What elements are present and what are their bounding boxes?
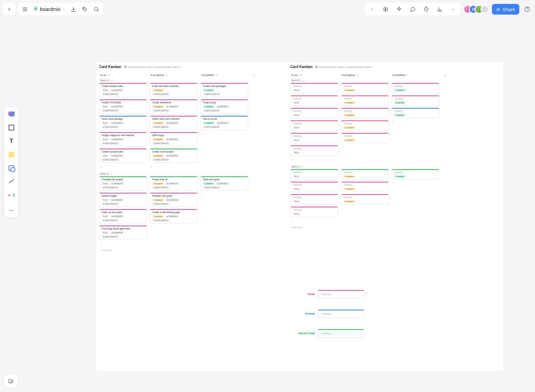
tag-icon[interactable]	[80, 4, 90, 14]
mindmap-tool-icon[interactable]	[7, 191, 16, 200]
status-badge: To do	[102, 89, 109, 92]
kanban-card[interactable]: Create release notes To do2023/02/17Spri…	[99, 83, 147, 97]
kanban-card[interactable]: Heading Completed	[392, 95, 439, 106]
add-card-button[interactable]: +	[150, 225, 198, 230]
kanban-card[interactable]: New to-do list Completed2023/02/11Sprint…	[200, 115, 248, 130]
kanban-card[interactable]: Heading In progress	[341, 95, 389, 106]
column-header[interactable]: To do 10	[290, 72, 338, 78]
kanban-card[interactable]: Complete the project To do2023/02/19Spri…	[99, 176, 147, 191]
kanban-card[interactable]: Heading In progress	[341, 83, 389, 93]
column-header[interactable]: Completed 4	[392, 72, 439, 78]
group-label[interactable]: Sprint 11 8	[290, 164, 448, 169]
kanban-card[interactable]: Clean up the project To do2023/02/25Spri…	[99, 209, 147, 223]
column-header[interactable]: To do 9	[99, 72, 147, 78]
kanban-card[interactable]: Heading To do	[290, 181, 338, 192]
add-card-button[interactable]: +	[150, 165, 198, 169]
avatar[interactable]	[480, 5, 489, 14]
download-icon[interactable]	[68, 4, 78, 14]
column-header[interactable]: In progress 8	[150, 72, 198, 78]
back-button[interactable]	[3, 3, 16, 16]
add-column-button[interactable]: +	[251, 72, 257, 78]
add-card-button[interactable]: +	[200, 192, 248, 197]
timer-icon[interactable]	[421, 4, 431, 14]
add-card-button[interactable]: +	[99, 242, 147, 246]
kanban-card[interactable]: Create a new project In progress2023/02/…	[150, 148, 198, 163]
kanban-card[interactable]: Create a new landing page In progress202…	[150, 209, 198, 223]
kanban-card[interactable]: Heading To do	[290, 120, 338, 131]
kanban-card[interactable]: Heading In progress	[341, 120, 389, 131]
search-icon[interactable]	[91, 4, 101, 14]
sparkle-icon[interactable]	[394, 4, 404, 14]
kanban-card[interactable]: Heading To do	[290, 108, 338, 118]
group-label[interactable]: Sprint 10 13	[99, 78, 257, 83]
chevron-right-icon[interactable]	[367, 4, 377, 14]
add-card-button[interactable]: +	[392, 120, 439, 125]
avatar-stack[interactable]: O	[463, 5, 489, 14]
curve-tool-icon[interactable]	[7, 177, 16, 186]
kanban-card[interactable]: Heading In progress	[341, 194, 389, 205]
kanban-card[interactable]: Demo work package To do2023/02/14Sprint:…	[99, 115, 147, 130]
share-button[interactable]: Share	[492, 4, 519, 15]
kanban-card[interactable]: Heading Completed	[392, 108, 439, 118]
kanban-card[interactable]: Heading In progress	[341, 181, 389, 192]
board-condition[interactable]: Grouping condition: Status; Grouping con…	[124, 66, 180, 68]
kanban-card[interactable]: Heading To do	[290, 145, 338, 156]
group-label[interactable]: Sprint 11 8	[99, 171, 257, 176]
sticky-note-tool-icon[interactable]	[7, 150, 16, 159]
kanban-card[interactable]: Create work packages CompletedSprint: Sp…	[200, 83, 248, 97]
minimap-button[interactable]	[4, 375, 17, 388]
kanban-card[interactable]: Heading To do	[290, 83, 338, 93]
status-badge: In progress	[152, 198, 164, 201]
kanban-card[interactable]: Project party Completed2023/02/11Sprint:…	[200, 99, 248, 114]
kanban-card[interactable]: Heading To do	[290, 133, 338, 143]
kanban-card[interactable]: Heading Completed	[392, 169, 439, 180]
add-card-button[interactable]: +	[290, 158, 338, 162]
column-header[interactable]: In progress 8	[341, 72, 389, 78]
kanban-card[interactable]: Create a project plan To do2023/02/20Spr…	[99, 148, 147, 163]
add-card-button[interactable]: +	[341, 145, 389, 150]
shape-tool-icon[interactable]	[7, 164, 16, 172]
play-icon[interactable]	[381, 4, 391, 14]
kanban-card[interactable]: Heading To do	[290, 169, 338, 180]
add-card-button[interactable]: +	[290, 219, 338, 223]
comment-icon[interactable]	[408, 4, 418, 14]
logo-tool-icon[interactable]	[7, 110, 16, 118]
kanban-card[interactable]: Create wireframes In progress2023/02/21S…	[150, 99, 198, 114]
kanban-card[interactable]: Heading To do	[290, 194, 338, 205]
help-icon[interactable]	[522, 4, 532, 14]
text-tool-icon[interactable]: T	[7, 137, 16, 145]
group-label[interactable]: Sprint 10 14	[290, 78, 448, 83]
kanban-card[interactable]: Heading In progress	[341, 169, 389, 180]
kanban-card[interactable]: Invite new team members In progressSprin…	[150, 83, 198, 97]
kanban-card[interactable]: Resize images To do2023/02/28Sprint: Spr…	[99, 192, 147, 207]
chart-icon[interactable]	[435, 4, 445, 14]
board-condition[interactable]: Grouping condition: Status; Grouping con…	[315, 66, 372, 68]
more-tools-icon[interactable]: •••	[7, 206, 16, 215]
column-header[interactable]: Completed 4	[200, 72, 248, 78]
canvas[interactable]: Card Kanban Grouping condition: Status; …	[96, 62, 503, 371]
kanban-card[interactable]: Draft user guide Completed2023/02/11Spri…	[200, 176, 248, 191]
add-card-button[interactable]: +	[392, 181, 439, 186]
kanban-card[interactable]: Heading In progress	[341, 133, 389, 143]
add-group-button[interactable]: + Add group	[99, 248, 257, 252]
kanban-card[interactable]: Project kick-off In progress2023/02/24Sp…	[150, 176, 198, 191]
add-card-button[interactable]: +	[341, 206, 389, 211]
app-title[interactable]: boardmix	[31, 6, 67, 12]
add-card-button[interactable]: +	[200, 132, 248, 136]
kanban-card[interactable]: Release user guide In progress2023/02/23…	[150, 192, 198, 207]
kanban-card[interactable]: Heading In progress	[341, 108, 389, 118]
kanban-card[interactable]: Post blogs about agile team To do2023/02…	[99, 225, 147, 240]
kanban-card[interactable]: Heading Completed	[392, 83, 439, 93]
kanban-card[interactable]: Heading To do	[290, 95, 338, 106]
kanban-card[interactable]: Design images for new features To do2023…	[99, 132, 147, 146]
add-group-button[interactable]: + Add group	[290, 226, 448, 229]
kanban-card[interactable]: Heading To do	[290, 206, 338, 217]
kanban-card[interactable]: Write blogs In progress2023/02/21Sprint:…	[150, 132, 198, 146]
add-card-button[interactable]: +	[99, 165, 147, 169]
kanban-card[interactable]: Publish PR articles To do2023/02/16Sprin…	[99, 99, 147, 114]
kanban-card[interactable]: Define new color schemes In progress2023…	[150, 115, 198, 130]
menu-icon[interactable]	[20, 4, 30, 14]
chevron-down-icon[interactable]	[448, 4, 458, 14]
frame-tool-icon[interactable]	[7, 123, 16, 132]
add-column-button[interactable]: +	[442, 72, 448, 78]
